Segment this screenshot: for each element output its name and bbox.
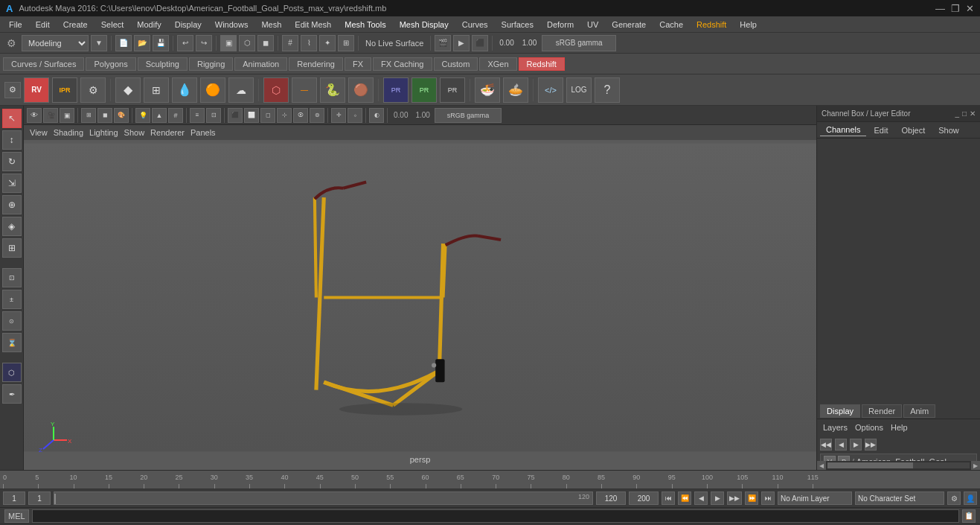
render-settings-btn[interactable]: 🎬: [435, 35, 451, 51]
shelf-icon-vol[interactable]: 🟤: [348, 77, 374, 103]
color-space-select[interactable]: sRGB gamma: [542, 35, 616, 51]
shelf-tab-redshift[interactable]: Redshift: [519, 57, 565, 71]
shelf-tab-custom[interactable]: Custom: [434, 57, 478, 71]
menu-create[interactable]: Create: [57, 19, 94, 31]
layer-nav-next-next[interactable]: ▶▶: [865, 439, 877, 451]
layer-nav-next[interactable]: ▶: [850, 439, 862, 451]
vp-panels-menu[interactable]: Panels: [190, 128, 216, 137]
snap-lt[interactable]: ⊡: [2, 268, 22, 287]
universal-tool-lt[interactable]: ⊕: [2, 195, 22, 214]
char-set-extra[interactable]: 👤: [964, 491, 977, 505]
vp-show-menu[interactable]: Show: [124, 128, 145, 137]
shelf-icon-settings[interactable]: ⚙: [80, 77, 106, 103]
timeline-ruler[interactable]: 0 5 10 15 20: [0, 471, 980, 489]
viewport-canvas[interactable]: View Shading Lighting Show Renderer Pane…: [24, 125, 816, 470]
marquee-lt[interactable]: ⊞: [2, 238, 22, 258]
move-tool-lt[interactable]: ↕: [2, 130, 22, 150]
render-btn[interactable]: ⬛: [472, 35, 488, 51]
redo-btn[interactable]: ↪: [196, 35, 212, 51]
menu-generate[interactable]: Generate: [606, 19, 652, 31]
shelf-settings-icon[interactable]: ⚙: [4, 82, 21, 98]
playback-start-field[interactable]: [596, 491, 626, 505]
char-set-select[interactable]: No Character Set: [855, 491, 944, 505]
scrollbar-left-arrow[interactable]: ◀: [817, 461, 826, 470]
menu-select[interactable]: Select: [95, 19, 130, 31]
menu-redshift[interactable]: Redshift: [691, 19, 732, 31]
shelf-tab-curves[interactable]: Curves / Surfaces: [3, 57, 84, 71]
menu-cache[interactable]: Cache: [653, 19, 689, 31]
anim-layer-select[interactable]: No Anim Layer: [778, 491, 852, 505]
playback-play-all[interactable]: ▶▶: [727, 491, 742, 505]
minimize-btn[interactable]: —: [935, 3, 945, 14]
vp-sel-btn[interactable]: ⬦: [348, 108, 362, 123]
workspace-dropdown-arrow[interactable]: ▼: [91, 35, 107, 51]
vp-extra-btn5[interactable]: ⦿: [293, 108, 308, 123]
menu-edit[interactable]: Edit: [30, 19, 56, 31]
vp-color-space[interactable]: sRGB gamma: [435, 108, 502, 123]
polygon-lt[interactable]: ⬡: [2, 363, 22, 382]
menu-help[interactable]: Help: [734, 19, 763, 31]
shelf-tab-sculpting[interactable]: Sculpting: [138, 57, 188, 71]
menu-edit-mesh[interactable]: Edit Mesh: [289, 19, 337, 31]
menu-mesh-tools[interactable]: Mesh Tools: [339, 19, 391, 31]
timeline-slider[interactable]: 120: [54, 491, 593, 505]
cb-tab-object[interactable]: Object: [895, 124, 931, 136]
shelf-icon-sphere[interactable]: 🟠: [200, 77, 225, 103]
menu-file[interactable]: File: [3, 19, 28, 31]
cst-render[interactable]: Render: [862, 404, 902, 418]
shelf-tab-animation[interactable]: Animation: [234, 57, 287, 71]
shelf-icon-wire[interactable]: 🐍: [320, 77, 345, 103]
shelf-icon-pr2[interactable]: PR: [411, 77, 437, 103]
shelf-icon-code[interactable]: </>: [538, 77, 563, 103]
paint-effects-lt[interactable]: ✒: [2, 384, 22, 404]
current-frame-field[interactable]: [3, 491, 25, 505]
shelf-icon-dome[interactable]: ◆: [115, 77, 141, 103]
shelf-icon-mat[interactable]: ⬡: [263, 77, 289, 103]
menu-surfaces[interactable]: Surfaces: [496, 19, 539, 31]
close-btn[interactable]: ✕: [966, 3, 974, 14]
shelf-icon-log[interactable]: LOG: [566, 77, 592, 103]
scrollbar-right-arrow[interactable]: ▶: [971, 461, 980, 470]
menu-curves[interactable]: Curves: [456, 19, 494, 31]
vp-smooth-btn[interactable]: ◼: [97, 108, 112, 123]
layer-nav-prev-prev[interactable]: ◀◀: [820, 439, 832, 451]
shelf-icon-pr1[interactable]: PR: [383, 77, 409, 103]
vp-extra-btn1[interactable]: ⬛: [228, 108, 243, 123]
snap-surface-btn[interactable]: ⊞: [338, 35, 354, 51]
char-set-options[interactable]: ⚙: [947, 491, 961, 505]
vp-hud-btn[interactable]: ⊡: [206, 108, 221, 123]
vp-iso-btn[interactable]: ≡: [190, 108, 205, 123]
ipr-btn[interactable]: ▶: [453, 35, 470, 51]
shelf-icon-liquid[interactable]: 💧: [172, 77, 197, 103]
shelf-icon-cloud[interactable]: ☁: [228, 77, 254, 103]
shelf-icon-render2[interactable]: 🥧: [503, 77, 528, 103]
vp-extra-btn2[interactable]: ⬜: [244, 108, 259, 123]
snap-point-btn[interactable]: ✦: [319, 35, 336, 51]
rotate-tool-lt[interactable]: ↻: [2, 152, 22, 171]
undo-btn[interactable]: ↩: [177, 35, 193, 51]
shelf-tab-fx-caching[interactable]: FX Caching: [373, 57, 432, 71]
vp-isolate-btn[interactable]: ◐: [369, 108, 384, 123]
menu-display[interactable]: Display: [169, 19, 208, 31]
cb-tab-show[interactable]: Show: [932, 124, 965, 136]
menu-uv[interactable]: UV: [581, 19, 604, 31]
right-panel-expand[interactable]: □: [962, 109, 967, 118]
help-menu-layers[interactable]: Help: [888, 421, 911, 433]
xform-lt[interactable]: ±: [2, 290, 22, 309]
layer-nav-prev[interactable]: ◀: [835, 439, 847, 451]
snap-grid-btn[interactable]: #: [282, 35, 298, 51]
vp-shading-menu[interactable]: Shading: [54, 128, 83, 137]
cst-display[interactable]: Display: [820, 404, 860, 418]
new-scene-btn[interactable]: 📄: [115, 35, 132, 51]
playback-end-field[interactable]: [629, 491, 659, 505]
shelf-icon-grid[interactable]: ⊞: [144, 77, 169, 103]
menu-deform[interactable]: Deform: [541, 19, 580, 31]
vp-render-mode[interactable]: ▣: [60, 108, 74, 123]
vp-shadow-btn[interactable]: ▲: [152, 108, 167, 123]
vp-extra-btn6[interactable]: ⊚: [310, 108, 324, 123]
vp-lighting-menu[interactable]: Lighting: [89, 128, 118, 137]
command-input[interactable]: [32, 509, 959, 523]
shelf-icon-render1[interactable]: 🍜: [475, 77, 500, 103]
vp-wireframe-btn[interactable]: ⊞: [81, 108, 96, 123]
vp-manip-btn[interactable]: ✛: [331, 108, 346, 123]
